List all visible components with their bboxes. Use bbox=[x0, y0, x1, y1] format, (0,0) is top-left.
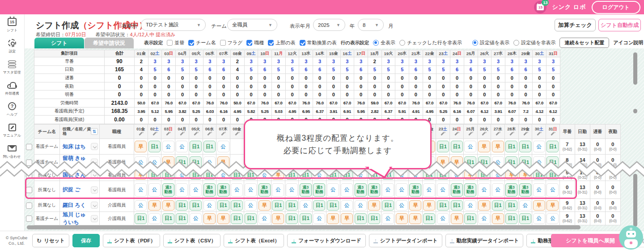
sidebar-item-マニュアル[interactable]: マニュアル bbox=[0, 122, 24, 138]
edit-pencil-icon[interactable] bbox=[496, 131, 500, 136]
edit-pencil-icon[interactable] bbox=[235, 131, 239, 136]
shift-cell[interactable]: 公 bbox=[257, 211, 271, 225]
office-select[interactable]: TDテスト施設▼ bbox=[141, 19, 206, 31]
shift-cell[interactable]: 日1 bbox=[148, 169, 162, 181]
checkbox-並替[interactable]: 並替 bbox=[167, 39, 184, 46]
shift-cell[interactable]: 日1 bbox=[518, 211, 533, 225]
shift-cell[interactable]: 日1 bbox=[161, 169, 175, 181]
shift-cell[interactable]: 日1 bbox=[436, 169, 450, 181]
shift-cell[interactable]: 日1 bbox=[518, 154, 533, 170]
shift-cell[interactable]: 日1 bbox=[148, 138, 162, 155]
edit-pencil-icon[interactable] bbox=[194, 131, 198, 136]
footer-button-シフト表（PDF）[interactable]: ↓シフト表（PDF） bbox=[103, 234, 160, 247]
name-cell[interactable]: 知床 はち bbox=[59, 138, 100, 155]
name-dropdown-chevron-icon[interactable] bbox=[91, 186, 98, 194]
shift-cell[interactable]: 日1 bbox=[504, 138, 519, 155]
edit-pencil-icon[interactable] bbox=[509, 131, 514, 136]
shift-cell[interactable]: 日1 bbox=[189, 198, 203, 212]
edit-pencil-icon[interactable] bbox=[523, 131, 528, 136]
shift-cell[interactable]: 週3勤務 bbox=[449, 181, 464, 199]
radio-button[interactable] bbox=[373, 40, 379, 46]
shift-cell[interactable]: 公 bbox=[134, 181, 148, 199]
name-dropdown-chevron-icon[interactable] bbox=[91, 159, 98, 166]
shift-cell[interactable]: 公 bbox=[436, 181, 450, 199]
edit-pencil-icon[interactable] bbox=[153, 131, 157, 136]
shift-cell[interactable]: 日1 bbox=[463, 211, 478, 225]
shift-cell[interactable]: 早 bbox=[491, 138, 505, 155]
shift-cell[interactable]: 日1 bbox=[230, 169, 244, 181]
deploy-shift-button[interactable]: シフトを職員へ展開 bbox=[551, 234, 630, 247]
radio-チェックした行を非表示[interactable]: チェックした行を非表示 bbox=[399, 39, 462, 46]
month-select[interactable]: 8▼ bbox=[358, 19, 384, 31]
edit-pencil-icon[interactable] bbox=[537, 131, 541, 136]
checkbox-上部の表[interactable]: 上部の表 bbox=[268, 39, 295, 46]
shift-cell[interactable]: 日1 bbox=[449, 138, 464, 155]
sidebar-item-マスタ管理[interactable]: マスタ管理 bbox=[0, 59, 24, 75]
shift-cell[interactable]: 早 bbox=[271, 169, 285, 181]
shift-cell[interactable]: 公 bbox=[477, 181, 491, 199]
footer-button-リセット[interactable]: ↻リセット bbox=[32, 234, 69, 247]
shift-cell[interactable]: 公 bbox=[244, 181, 258, 199]
shift-cell[interactable]: 公 bbox=[463, 198, 478, 212]
shift-cell[interactable]: 日1 bbox=[504, 198, 519, 212]
shift-cell[interactable]: 公 bbox=[449, 169, 464, 181]
checkbox-box[interactable] bbox=[167, 40, 173, 46]
checkbox-box[interactable] bbox=[246, 40, 252, 46]
shift-cell[interactable]: 日1 bbox=[340, 169, 354, 181]
shift-cell[interactable]: 日1 bbox=[546, 138, 560, 155]
shift-cell[interactable]: 公 bbox=[134, 154, 148, 170]
shift-cell[interactable]: 公 bbox=[148, 181, 162, 199]
shift-cell[interactable]: 早 bbox=[340, 211, 354, 225]
shift-cell[interactable]: 日1 bbox=[436, 138, 450, 155]
edit-pencil-icon[interactable] bbox=[482, 131, 486, 136]
shift-cell[interactable]: 日1 bbox=[312, 198, 326, 212]
row-checkbox[interactable] bbox=[26, 216, 32, 222]
shift-cell[interactable]: 日1 bbox=[230, 198, 244, 212]
row-checkbox[interactable] bbox=[26, 187, 32, 193]
shift-cell[interactable]: 早 bbox=[504, 169, 519, 181]
addition-check-button[interactable]: 加算チェック bbox=[555, 19, 596, 31]
checkbox-職種[interactable]: 職種 bbox=[246, 39, 264, 46]
logout-button[interactable]: ログアウト bbox=[592, 1, 640, 14]
shift-cell[interactable]: 日1 bbox=[504, 211, 519, 225]
shift-cell[interactable]: 早 bbox=[422, 198, 436, 212]
shift-cell[interactable]: 日1 bbox=[175, 198, 189, 212]
shift-cell[interactable]: 公 bbox=[148, 211, 162, 225]
sort-icon[interactable]: ⇅ bbox=[91, 128, 98, 135]
shift-cell[interactable]: 日1 bbox=[244, 169, 258, 181]
shift-cell[interactable] bbox=[230, 154, 244, 170]
shift-cell[interactable]: 早 bbox=[161, 154, 175, 170]
checkbox-チーム名[interactable]: チーム名 bbox=[188, 39, 216, 46]
shift-cell[interactable]: 日1 bbox=[353, 211, 368, 225]
shift-cell[interactable]: 早 bbox=[491, 211, 505, 225]
shift-cell[interactable]: 日1 bbox=[546, 154, 560, 170]
edit-pencil-icon[interactable] bbox=[221, 131, 225, 136]
shift-cell[interactable]: 日1 bbox=[532, 169, 546, 181]
name-cell[interactable]: 旭川 じゅういち bbox=[59, 211, 100, 225]
shift-cell[interactable]: 公 bbox=[491, 181, 505, 199]
shift-cell[interactable]: 週3勤務 bbox=[463, 181, 478, 199]
shift-cell[interactable]: 公 bbox=[244, 198, 258, 212]
shift-cell[interactable]: 公 bbox=[491, 169, 505, 181]
name-dropdown-chevron-icon[interactable] bbox=[91, 215, 98, 222]
shift-cell[interactable]: 週3勤務 bbox=[312, 181, 326, 199]
name-cell[interactable]: 羅臼 ろく bbox=[59, 198, 100, 212]
sidebar-item-設定[interactable]: 設定 bbox=[0, 38, 24, 54]
radio-全表示[interactable]: 全表示 bbox=[373, 39, 395, 46]
tab-request-status[interactable]: 希望申請状況 bbox=[85, 38, 134, 48]
shift-cell[interactable]: 公 bbox=[408, 169, 423, 181]
shift-cell[interactable]: 公 bbox=[175, 169, 189, 181]
staff-vertical-scrollbar[interactable] bbox=[633, 174, 637, 227]
shift-cell[interactable]: 早 bbox=[271, 211, 285, 225]
shift-cell[interactable]: 公 bbox=[203, 154, 217, 170]
radio-button[interactable] bbox=[472, 40, 478, 46]
shift-cell[interactable]: 日1 bbox=[381, 198, 395, 212]
radio-button[interactable] bbox=[513, 40, 519, 46]
row-checkbox[interactable] bbox=[26, 172, 32, 178]
shift-cell[interactable]: 日1 bbox=[216, 198, 230, 212]
shift-cell[interactable]: 公 bbox=[518, 198, 533, 212]
shift-cell[interactable]: 公 bbox=[532, 138, 546, 155]
footer-button-勤怠実績データインポート[interactable]: ↑勤怠実績データインポート bbox=[445, 234, 524, 247]
shift-cell[interactable]: 早 bbox=[148, 198, 162, 212]
edit-pencil-icon[interactable] bbox=[207, 131, 212, 136]
